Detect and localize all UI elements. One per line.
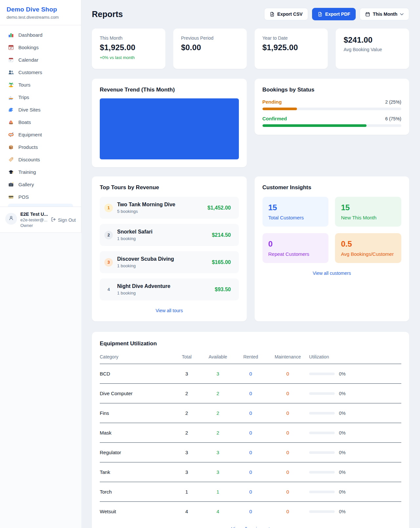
bookings-by-status-title: Bookings by Status <box>262 87 402 93</box>
island-icon <box>8 82 14 88</box>
equipment-total: 2 <box>173 423 201 443</box>
tour-revenue: $214.50 <box>212 232 231 238</box>
equipment-available: 2 <box>201 423 235 443</box>
export-csv-label: Export CSV <box>277 11 303 17</box>
status-label: Confirmed <box>262 116 287 121</box>
insight-tile-avg-bookings: 0.5 Avg Bookings/Customer <box>335 233 401 263</box>
utilization-bar <box>309 373 335 375</box>
equipment-category: Fins <box>100 403 173 423</box>
table-row: Fins 2 2 0 0 0% <box>100 403 401 423</box>
equipment-available: 3 <box>201 462 235 482</box>
export-csv-button[interactable]: Export CSV <box>264 8 308 20</box>
sidebar-item-label: Boats <box>18 119 31 125</box>
calendar-icon <box>8 57 14 63</box>
equipment-available: 2 <box>201 403 235 423</box>
equipment-rented: 0 <box>235 502 266 519</box>
stat-label: This Month <box>100 35 158 41</box>
sidebar-item-calendar[interactable]: Calendar <box>4 53 77 66</box>
equipment-category: BCD <box>100 364 173 384</box>
sidebar-item-gallery[interactable]: Gallery <box>4 178 77 191</box>
page-header: Reports Export CSV Export PDF This Month <box>92 8 409 20</box>
progress-track <box>262 108 402 110</box>
sidebar-item-customers[interactable]: Customers <box>4 66 77 78</box>
equipment-category: Torch <box>100 482 173 502</box>
equipment-category: Tank <box>100 462 173 482</box>
table-row: BCD 3 3 0 0 0% <box>100 364 401 384</box>
sign-out-label: Sign Out <box>58 217 76 223</box>
dashboard-icon <box>8 32 14 38</box>
progress-fill <box>262 124 367 127</box>
equipment-maintenance: 0 <box>266 482 309 502</box>
sidebar-item-training[interactable]: Training <box>4 166 77 178</box>
sidebar-item-trips[interactable]: Trips <box>4 91 77 103</box>
period-selector-label: This Month <box>373 11 397 17</box>
utilization-bar <box>309 432 335 434</box>
sidebar-user-footer: E2E Test U... e2e-tester@... Owner Sign … <box>0 207 81 233</box>
equipment-total: 2 <box>173 403 201 423</box>
tour-bookings: 5 bookings <box>117 209 175 214</box>
stat-card-previous-period: Previous Period $0.00 <box>173 29 247 69</box>
table-row: Regulator 3 3 0 0 0% <box>100 443 401 462</box>
equipment-maintenance: 0 <box>266 384 309 403</box>
sidebar-item-products[interactable]: Products <box>4 141 77 153</box>
sign-out-button[interactable]: Sign Out <box>51 217 76 223</box>
equipment-rented: 0 <box>235 482 266 502</box>
sidebar-item-pos[interactable]: POS <box>4 191 77 203</box>
equipment-total: 1 <box>173 482 201 502</box>
utilization-percent: 0% <box>339 391 346 396</box>
utilization-percent: 0% <box>339 509 346 514</box>
table-row: Torch 1 1 0 0 0% <box>100 482 401 502</box>
equipment-rented: 0 <box>235 443 266 462</box>
sidebar-item-equipment[interactable]: Equipment <box>4 128 77 141</box>
dive-mask-icon <box>8 132 14 137</box>
sidebar-item-dashboard[interactable]: Dashboard <box>4 29 77 41</box>
export-pdf-button[interactable]: Export PDF <box>312 8 356 20</box>
stat-card-this-month: This Month $1,925.00 +0% vs last month <box>92 29 165 69</box>
equipment-rented: 0 <box>235 462 266 482</box>
equipment-available: 1 <box>201 482 235 502</box>
equipment-total: 2 <box>173 384 201 403</box>
tour-bookings: 1 booking <box>117 263 174 268</box>
table-row: Tank 3 3 0 0 0% <box>100 462 401 482</box>
sidebar-item-bookings[interactable]: 17 Bookings <box>4 41 77 53</box>
revenue-trend-title: Revenue Trend (This Month) <box>100 87 239 93</box>
sidebar-item-discounts[interactable]: Discounts <box>4 153 77 166</box>
utilization-bar <box>309 451 335 454</box>
column-header-total: Total <box>173 352 201 364</box>
view-all-tours-link[interactable]: View all tours <box>156 308 183 313</box>
sidebar-item-dive-sites[interactable]: Dive Sites <box>4 103 77 116</box>
sidebar-header: Demo Dive Shop demo.test.divestreams.com <box>0 0 81 25</box>
sidebar-item-tours[interactable]: Tours <box>4 78 77 91</box>
equipment-maintenance: 0 <box>266 403 309 423</box>
insight-value: 0.5 <box>341 239 395 249</box>
utilization-bar <box>309 510 335 513</box>
speedboat-icon <box>8 94 14 100</box>
column-header-available: Available <box>201 352 235 364</box>
file-download-icon <box>318 12 323 17</box>
tour-bookings: 1 booking <box>117 291 170 295</box>
column-header-category: Category <box>100 352 173 364</box>
insight-value: 15 <box>268 203 323 212</box>
period-selector-dropdown[interactable]: This Month <box>360 8 409 20</box>
tour-row: 3 Discover Scuba Diving1 booking $165.00 <box>100 251 239 273</box>
column-header-utilization: Utilization <box>309 352 401 364</box>
graduation-cap-icon <box>8 169 14 175</box>
utilization-bar <box>309 392 335 395</box>
sidebar-item-boats[interactable]: Boats <box>4 116 77 128</box>
view-all-equipment-link[interactable]: View all equipment <box>231 526 270 528</box>
view-all-customers-link[interactable]: View all customers <box>313 271 351 276</box>
chevron-down-icon <box>400 13 404 15</box>
equipment-category: Mask <box>100 423 173 443</box>
sidebar-item-label: Bookings <box>18 45 39 50</box>
sidebar: Demo Dive Shop demo.test.divestreams.com… <box>0 0 81 528</box>
camera-icon <box>8 181 14 187</box>
rank-badge: 3 <box>104 258 113 267</box>
revenue-trend-card: Revenue Trend (This Month) <box>92 79 247 167</box>
stat-value: $0.00 <box>181 43 239 52</box>
equipment-rented: 0 <box>235 384 266 403</box>
sidebar-active-item-peek[interactable] <box>8 204 73 207</box>
tour-row: 4 Night Dive Adventure1 booking $93.50 <box>100 278 239 300</box>
status-label: Pending <box>262 99 282 105</box>
top-tours-title: Top Tours by Revenue <box>100 184 239 191</box>
page-title: Reports <box>92 10 123 19</box>
